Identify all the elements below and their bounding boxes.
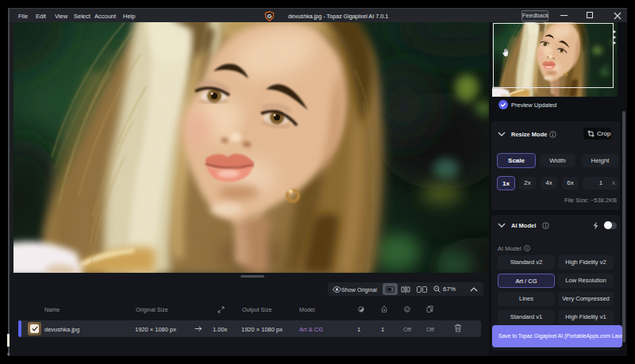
svg-text:G: G (267, 13, 272, 20)
